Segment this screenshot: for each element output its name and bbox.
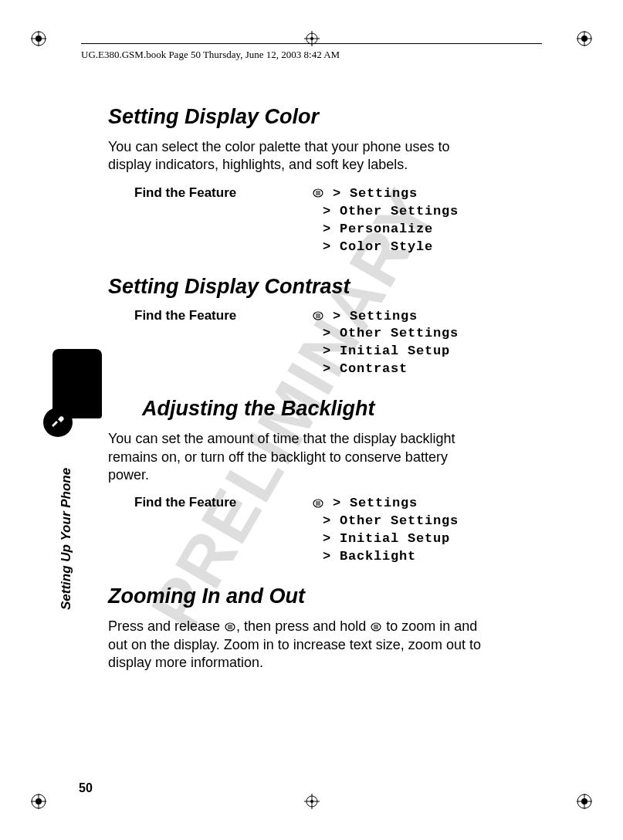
backlight-section: Adjusting the Backlight (108, 397, 486, 421)
path-step: Color Style (340, 239, 433, 254)
zoom-text-a: Press and release (108, 618, 224, 634)
page-content: Setting Display Color You can select the… (108, 100, 486, 682)
path-step: Settings (350, 309, 418, 323)
crop-mark-icon (31, 31, 52, 52)
feature-block-color: Find the Feature > Settings > Other Sett… (108, 185, 486, 256)
menu-key-icon (312, 188, 324, 198)
side-section-label: Setting Up Your Phone (59, 468, 74, 610)
page-number: 50 (79, 781, 93, 795)
heading-display-contrast: Setting Display Contrast (108, 275, 486, 299)
path-step: Other Settings (340, 513, 459, 528)
feature-path: > Settings > Other Settings > Personaliz… (312, 185, 459, 256)
menu-key-icon (224, 622, 236, 632)
feature-block-contrast: Find the Feature > Settings > Other Sett… (108, 308, 486, 379)
menu-key-icon (312, 498, 324, 509)
body-display-color: You can select the color palette that yo… (108, 138, 486, 174)
feature-path: > Settings > Other Settings > Initial Se… (312, 308, 459, 379)
feature-label: Find the Feature (108, 308, 312, 379)
feature-path: > Settings > Other Settings > Initial Se… (312, 495, 459, 566)
path-step: Backlight (340, 549, 416, 564)
path-step: Other Settings (340, 204, 459, 218)
registration-mark-icon (304, 31, 320, 46)
feature-block-backlight: Find the Feature > Settings > Other Sett… (108, 495, 486, 566)
menu-key-icon (370, 622, 382, 632)
path-step: Initial Setup (340, 531, 450, 546)
zoom-text-b: , then press and hold (236, 618, 370, 634)
header-rule (81, 43, 542, 44)
heading-backlight: Adjusting the Backlight (142, 397, 486, 421)
heading-display-color: Setting Display Color (108, 105, 486, 129)
heading-zoom: Zooming In and Out (108, 584, 486, 608)
menu-key-icon (312, 310, 324, 321)
body-backlight: You can set the amount of time that the … (108, 430, 486, 484)
path-step: Contrast (340, 361, 408, 376)
path-step: Settings (350, 496, 418, 510)
path-step: Personalize (340, 222, 433, 236)
crop-mark-icon (571, 788, 592, 809)
path-step: Initial Setup (340, 344, 450, 358)
header-text: UG.E380.GSM.book Page 50 Thursday, June … (81, 49, 340, 61)
registration-mark-icon (304, 794, 320, 809)
tools-icon (43, 408, 73, 437)
feature-label: Find the Feature (108, 495, 312, 566)
body-zoom: Press and release , then press and hold … (108, 618, 486, 672)
crop-mark-icon (31, 788, 52, 809)
feature-label: Find the Feature (108, 185, 312, 256)
path-step: Other Settings (340, 326, 459, 340)
crop-mark-icon (571, 31, 592, 52)
path-step: Settings (350, 186, 418, 201)
